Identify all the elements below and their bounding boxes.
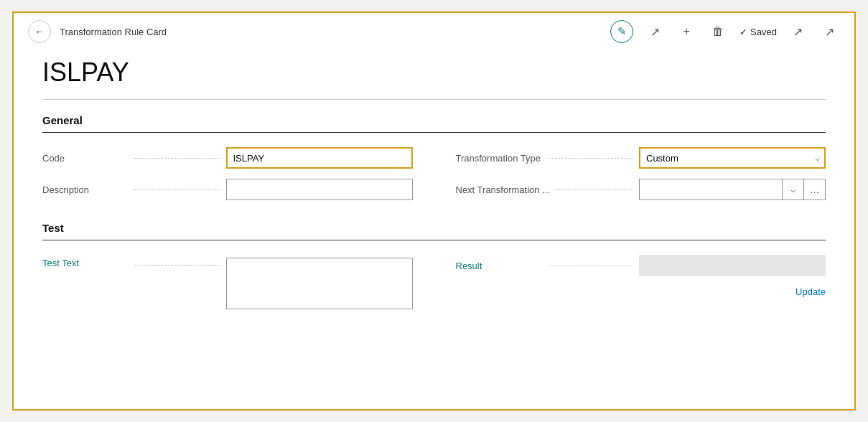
next-transformation-dotted-line <box>556 189 633 190</box>
transformation-type-row: Transformation Type Custom ⌵ <box>456 147 826 169</box>
share-icon: ↗ <box>650 25 660 39</box>
main-divider <box>42 99 826 100</box>
general-section: General Code Transformation Type Custom <box>42 114 826 200</box>
back-button[interactable]: ← <box>28 20 51 43</box>
test-text-input[interactable] <box>226 258 413 309</box>
saved-status: ✓ Saved <box>739 27 777 37</box>
transformation-type-label: Transformation Type <box>456 153 542 164</box>
transformation-type-select-wrapper: Custom ⌵ <box>639 147 826 169</box>
next-transformation-row: Next Transformation ... ⌵ … <box>456 179 826 200</box>
delete-icon: 🗑 <box>712 25 724 38</box>
dots-icon: … <box>810 184 820 195</box>
test-text-dotted-line <box>134 265 220 266</box>
page-content: ISLPAY General Code Transformation Type <box>14 50 854 331</box>
description-label: Description <box>42 184 129 195</box>
general-divider <box>42 132 826 133</box>
test-section: Test Test Text Result Up <box>42 222 826 309</box>
description-dotted-line <box>134 189 220 190</box>
test-form-grid: Test Text Result Update <box>42 255 826 309</box>
update-link[interactable]: Update <box>795 286 826 297</box>
nav-title: Transformation Rule Card <box>60 27 167 37</box>
update-row: Update <box>456 282 826 297</box>
description-row: Description <box>42 179 413 200</box>
delete-button[interactable]: 🗑 <box>708 22 728 42</box>
next-transformation-dots-button[interactable]: … <box>804 179 826 200</box>
edit-icon: ✎ <box>617 25 627 38</box>
page-title: ISLPAY <box>42 57 826 88</box>
test-text-label: Test Text <box>42 258 129 268</box>
general-section-title: General <box>42 114 826 126</box>
result-column: Result Update <box>456 255 826 309</box>
test-divider <box>42 240 826 240</box>
result-row: Result <box>456 255 826 276</box>
share-button[interactable]: ↗ <box>645 22 665 42</box>
code-input[interactable] <box>226 147 413 169</box>
result-display <box>639 255 826 276</box>
add-button[interactable]: + <box>676 22 696 42</box>
transformation-type-select[interactable]: Custom <box>639 147 826 169</box>
chevron-down-icon: ⌵ <box>790 184 795 194</box>
result-label: Result <box>456 261 542 271</box>
main-card: ← Transformation Rule Card ✎ ↗ + 🗑 ✓ Sav… <box>12 11 856 411</box>
test-section-title: Test <box>42 222 826 234</box>
external-icon: ↗ <box>793 25 803 39</box>
code-label: Code <box>42 153 129 164</box>
general-form-grid: Code Transformation Type Custom ⌵ <box>42 147 826 200</box>
transformation-type-dotted-line <box>548 158 634 159</box>
next-transformation-wrapper: ⌵ … <box>639 179 826 200</box>
code-dotted-line <box>134 158 220 159</box>
description-input[interactable] <box>226 179 413 200</box>
expand-icon: ↗ <box>825 25 834 39</box>
nav-actions: ✎ ↗ + 🗑 ✓ Saved ↗ ↗ <box>610 20 840 43</box>
next-transformation-chevron-button[interactable]: ⌵ <box>783 179 804 200</box>
nav-bar: ← Transformation Rule Card ✎ ↗ + 🗑 ✓ Sav… <box>14 13 854 50</box>
test-text-row: Test Text <box>42 255 413 309</box>
add-icon: + <box>683 25 689 38</box>
edit-button[interactable]: ✎ <box>610 20 633 43</box>
external-link-button[interactable]: ↗ <box>788 22 808 42</box>
next-transformation-label: Next Transformation ... <box>456 184 551 195</box>
code-row: Code <box>42 147 413 169</box>
result-dotted-line <box>548 266 634 266</box>
checkmark-icon: ✓ <box>739 27 747 37</box>
expand-button[interactable]: ↗ <box>820 22 840 42</box>
next-transformation-select[interactable] <box>639 179 783 200</box>
